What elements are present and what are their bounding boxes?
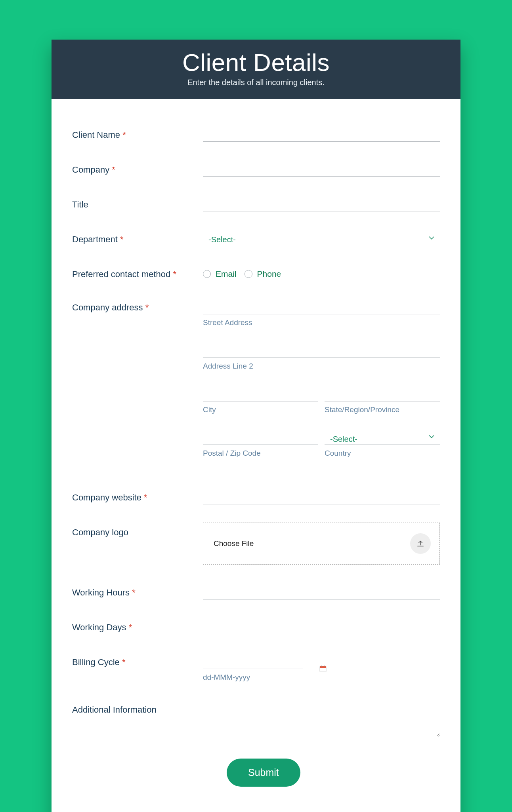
label-text: Billing Cycle [72,657,120,667]
company-input[interactable] [203,158,440,177]
row-company-website: Company website * [72,485,440,504]
sublabel-city: City [203,405,318,414]
label-text: Company website [72,493,141,502]
radio-email[interactable]: Email [203,269,237,279]
label-contact-method: Preferred contact method * [72,262,203,280]
label-company-address: Company address * [72,295,203,313]
row-billing-cycle: Billing Cycle * dd-MMM-yyyy [72,650,440,682]
label-text: Client Name [72,130,120,140]
required-marker: * [173,269,176,279]
label-text: Title [72,200,88,209]
postal-input[interactable] [203,426,318,445]
label-additional-info: Additional Information [72,698,203,715]
row-working-days: Working Days * [72,615,440,634]
row-contact-method: Preferred contact method * Email Phone [72,262,440,280]
required-marker: * [132,588,136,597]
title-input[interactable] [203,192,440,211]
label-text: Company logo [72,527,128,537]
required-marker: * [144,493,147,502]
upload-icon [410,533,431,554]
sublabel-postal: Postal / Zip Code [203,449,318,458]
sublabel-state: State/Region/Province [325,405,440,414]
svg-rect-1 [320,666,326,668]
file-upload-box[interactable]: Choose File [203,523,440,565]
calendar-icon[interactable] [319,665,327,682]
form-header: Client Details Enter the details of all … [52,40,460,99]
state-input[interactable] [325,382,440,401]
required-marker: * [112,165,115,175]
radio-phone[interactable]: Phone [245,269,281,279]
city-input[interactable] [203,382,318,401]
form-title: Client Details [59,48,453,76]
label-text: Department [72,234,118,244]
label-text: Company [72,165,109,175]
label-text: Additional Information [72,705,157,715]
sublabel-date-format: dd-MMM-yyyy [203,673,314,682]
label-department: Department * [72,227,203,245]
chevron-down-icon [429,434,434,439]
submit-button[interactable]: Submit [227,759,300,787]
required-marker: * [129,622,132,632]
label-billing-cycle: Billing Cycle * [72,650,203,667]
billing-cycle-input[interactable] [203,650,303,669]
street-address-input[interactable] [203,295,440,314]
label-text: Company address [72,302,143,312]
label-company-website: Company website * [72,485,203,503]
radio-circle-icon [203,270,211,278]
country-select[interactable]: -Select- [325,426,440,445]
label-title: Title [72,192,203,210]
form-body: Client Name * Company * Title [52,99,460,812]
row-working-hours: Working Hours * [72,580,440,599]
required-marker: * [145,302,149,312]
row-submit: Submit [72,755,440,787]
client-name-input[interactable] [203,123,440,142]
select-placeholder-text: -Select- [203,235,236,244]
sublabel-country: Country [325,449,440,458]
additional-info-textarea[interactable] [203,698,440,737]
company-website-input[interactable] [203,485,440,504]
row-company-address: Company address * Street Address Address… [72,295,440,470]
label-text: Working Days [72,622,126,632]
row-title: Title [72,192,440,211]
form-subtitle: Enter the details of all incoming client… [59,78,453,87]
row-client-name: Client Name * [72,123,440,142]
working-days-input[interactable] [203,615,440,634]
sublabel-line2: Address Line 2 [203,362,440,371]
choose-file-text: Choose File [212,539,254,548]
label-working-hours: Working Hours * [72,580,203,598]
country-placeholder-text: -Select- [325,435,357,443]
sublabel-street: Street Address [203,318,440,327]
required-marker: * [122,657,126,667]
label-company: Company * [72,158,203,175]
working-hours-input[interactable] [203,580,440,599]
required-marker: * [122,130,126,140]
label-client-name: Client Name * [72,123,203,140]
department-select[interactable]: -Select- [203,227,440,246]
label-working-days: Working Days * [72,615,203,633]
address-line2-input[interactable] [203,339,440,358]
address-grid: Street Address Address Line 2 City State… [203,295,440,470]
radio-circle-icon [245,270,252,278]
radio-label-email: Email [216,269,237,279]
required-marker: * [120,234,124,244]
contact-method-radios: Email Phone [203,262,440,279]
row-department: Department * -Select- [72,227,440,246]
form-card: Client Details Enter the details of all … [52,40,460,812]
row-company-logo: Company logo Choose File [72,520,440,565]
label-text: Preferred contact method [72,269,170,279]
label-text: Working Hours [72,588,130,597]
label-company-logo: Company logo [72,520,203,538]
chevron-down-icon [429,235,434,240]
row-additional-info: Additional Information [72,698,440,739]
row-company: Company * [72,158,440,177]
radio-label-phone: Phone [257,269,281,279]
